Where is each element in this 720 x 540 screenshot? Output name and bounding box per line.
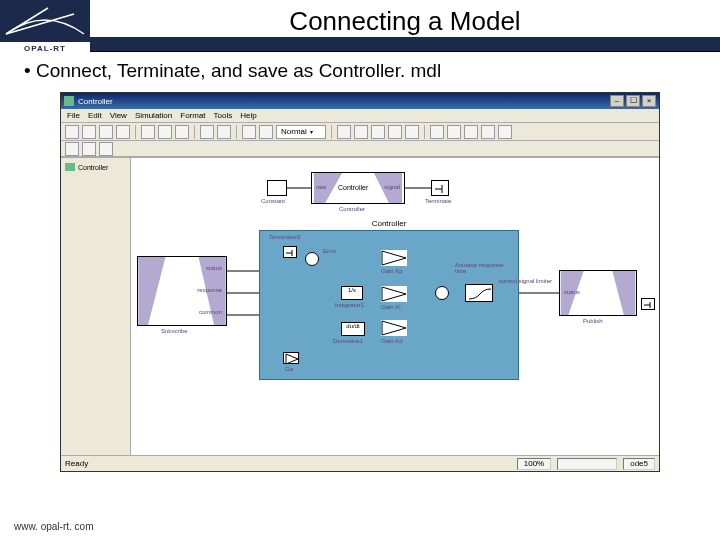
svg-rect-0 [0, 2, 90, 40]
close-button[interactable]: × [642, 95, 656, 107]
maximize-button[interactable]: ☐ [626, 95, 640, 107]
bullet-text: Connect, Terminate, and save as Controll… [0, 52, 720, 86]
gain-kp-block[interactable] [381, 250, 407, 266]
new-button[interactable] [65, 125, 79, 139]
tool-h[interactable] [464, 125, 478, 139]
status-zoom: 100% [517, 458, 551, 470]
pub-port-0: status [564, 289, 580, 295]
status-blank [557, 458, 617, 470]
terminator-block[interactable] [431, 180, 449, 196]
integrator-label: Integrator1 [335, 302, 364, 308]
tool-d[interactable] [388, 125, 402, 139]
sub-port-2: common [199, 309, 222, 315]
derivative-block[interactable]: du/dt [341, 322, 365, 336]
tool-e[interactable] [405, 125, 419, 139]
menu-bar: File Edit View Simulation Format Tools H… [61, 109, 659, 123]
publish-subsystem[interactable]: status [559, 270, 637, 316]
stop-button[interactable] [259, 125, 273, 139]
gain-kd-block[interactable] [381, 320, 407, 336]
sim-mode-dropdown[interactable]: Normal [276, 125, 326, 139]
tree-item-label: Controller [78, 164, 108, 171]
title-underline [90, 37, 720, 51]
undo-button[interactable] [200, 125, 214, 139]
terminator2-block[interactable] [283, 246, 297, 258]
actuator-block[interactable] [465, 284, 493, 302]
controller-subsys-label: Controller [339, 206, 365, 212]
page-title: Connecting a Model [90, 0, 720, 37]
window-titlebar[interactable]: Controller – ☐ × [61, 93, 659, 109]
menu-file[interactable]: File [67, 111, 80, 120]
status-solver: ode5 [623, 458, 655, 470]
title-area: Connecting a Model [90, 0, 720, 51]
controller-subsystem[interactable]: rate signal Controller [311, 172, 405, 204]
app-icon [64, 96, 74, 106]
error-label: Error [323, 248, 336, 254]
simulink-window: Controller – ☐ × File Edit View Simulati… [60, 92, 660, 472]
svg-marker-34 [612, 271, 635, 315]
cut-button[interactable] [141, 125, 155, 139]
terminator2-label: Terminator2 [269, 234, 301, 240]
tool-b[interactable] [354, 125, 368, 139]
controller-panel-title: Controller [372, 219, 407, 228]
menu-format[interactable]: Format [180, 111, 205, 120]
model-browser[interactable]: Controller [61, 158, 131, 455]
print-button[interactable] [116, 125, 130, 139]
menu-simulation[interactable]: Simulation [135, 111, 172, 120]
svg-marker-38 [382, 321, 406, 335]
minimize-button[interactable]: – [610, 95, 624, 107]
nav-up-button[interactable] [99, 142, 113, 156]
opal-rt-logo: OPAL-RT [0, 0, 90, 52]
paste-button[interactable] [175, 125, 189, 139]
menu-view[interactable]: View [110, 111, 127, 120]
tool-i[interactable] [481, 125, 495, 139]
model-canvas[interactable]: Constant rate signal Controller Controll… [131, 158, 659, 455]
tree-item-controller[interactable]: Controller [65, 162, 126, 172]
logo-text: OPAL-RT [0, 42, 90, 56]
control-signal-label: control signal limiter [499, 278, 559, 284]
menu-help[interactable]: Help [240, 111, 256, 120]
footer-url: www. opal-rt. com [14, 521, 93, 532]
gain-kp-label: Gain Kp [381, 268, 403, 274]
error-sum-block[interactable] [305, 252, 319, 266]
slide-header: OPAL-RT Connecting a Model [0, 0, 720, 52]
integrator-block[interactable]: 1/s [341, 286, 363, 300]
toolbar-row-2 [61, 141, 659, 157]
tool-a[interactable] [337, 125, 351, 139]
subsys-in-port-label: rate [316, 184, 326, 190]
tool-f[interactable] [430, 125, 444, 139]
open-button[interactable] [82, 125, 96, 139]
gain-ki-label: Gain Ki [381, 304, 401, 310]
tool-c[interactable] [371, 125, 385, 139]
gain-ki-block[interactable] [381, 286, 407, 302]
save-button[interactable] [99, 125, 113, 139]
svg-marker-31 [138, 257, 165, 325]
ga-gain-block[interactable] [283, 352, 299, 364]
svg-marker-35 [286, 354, 298, 364]
menu-edit[interactable]: Edit [88, 111, 102, 120]
sum2-block[interactable] [435, 286, 449, 300]
subscribe-subsystem[interactable]: status response common [137, 256, 227, 326]
model-icon [65, 163, 75, 171]
terminator-label: Terminate [425, 198, 451, 204]
subsys-out-port-label: signal [384, 184, 400, 190]
nav-fwd-button[interactable] [82, 142, 96, 156]
derivative-label: Derivative1 [333, 338, 363, 344]
play-button[interactable] [242, 125, 256, 139]
tool-j[interactable] [498, 125, 512, 139]
svg-marker-37 [382, 287, 406, 301]
window-title: Controller [78, 97, 113, 106]
sub-port-0: status [206, 265, 222, 271]
subscribe-label: Subscribe [161, 328, 188, 334]
nav-back-button[interactable] [65, 142, 79, 156]
redo-button[interactable] [217, 125, 231, 139]
actuator-label: Actuator response time [455, 262, 509, 274]
constant-block[interactable] [267, 180, 287, 196]
terminator-right-block[interactable] [641, 298, 655, 310]
publish-label: Publish [583, 318, 603, 324]
tool-g[interactable] [447, 125, 461, 139]
menu-tools[interactable]: Tools [214, 111, 233, 120]
subsys-title: Controller [338, 184, 368, 191]
constant-label: Constant [261, 198, 285, 204]
workspace: Controller [61, 157, 659, 455]
copy-button[interactable] [158, 125, 172, 139]
